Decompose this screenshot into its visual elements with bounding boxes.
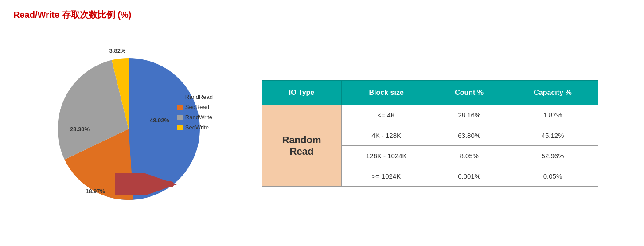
legend-color-randread bbox=[177, 94, 183, 100]
label-randread: 48.92% bbox=[150, 117, 170, 124]
arrow bbox=[115, 173, 177, 195]
capacity-pct-4: 0.05% bbox=[507, 166, 598, 187]
legend-label-randread: RandRead bbox=[185, 94, 213, 100]
table-row: RandomRead <= 4K 28.16% 1.87% bbox=[262, 105, 598, 125]
legend-randwrite: RandWrite bbox=[177, 114, 213, 121]
data-table: IO Type Block size Count % Capacity % Ra… bbox=[262, 80, 598, 187]
legend-seqread: SeqRead bbox=[177, 104, 213, 110]
capacity-pct-2: 45.12% bbox=[507, 125, 598, 146]
legend-color-seqread bbox=[177, 105, 183, 110]
legend-label-seqread: SeqRead bbox=[185, 104, 209, 110]
chart-section: 48.92% 18.97% 28.30% 3.82% RandRead bbox=[13, 40, 244, 226]
legend-color-seqwrite bbox=[177, 125, 183, 130]
capacity-pct-3: 52.96% bbox=[507, 146, 598, 166]
count-pct-2: 63.80% bbox=[431, 125, 507, 146]
count-pct-1: 28.16% bbox=[431, 105, 507, 125]
legend-seqwrite: SeqWrite bbox=[177, 124, 213, 131]
legend-label-randwrite: RandWrite bbox=[185, 114, 212, 121]
header-block-size: Block size bbox=[342, 81, 431, 105]
count-pct-3: 8.05% bbox=[431, 146, 507, 166]
page-title: Read/Write 存取次数比例 (%) bbox=[13, 9, 631, 21]
label-seqread: 18.97% bbox=[86, 188, 105, 195]
legend-randread: RandRead bbox=[177, 94, 213, 100]
header-io-type: IO Type bbox=[262, 81, 342, 105]
block-size-3: 128K - 1024K bbox=[342, 146, 431, 166]
block-size-2: 4K - 128K bbox=[342, 125, 431, 146]
pie-chart: 48.92% 18.97% 28.30% 3.82% RandRead bbox=[44, 40, 213, 209]
block-size-4: >= 1024K bbox=[342, 166, 431, 187]
io-type-cell: RandomRead bbox=[262, 105, 342, 187]
chart-legend: RandRead SeqRead RandWrite SeqWrite bbox=[177, 94, 213, 131]
count-pct-4: 0.001% bbox=[431, 166, 507, 187]
label-seqwrite: 3.82% bbox=[109, 47, 126, 54]
legend-label-seqwrite: SeqWrite bbox=[185, 124, 209, 131]
header-capacity-pct: Capacity % bbox=[507, 81, 598, 105]
legend-color-randwrite bbox=[177, 115, 183, 120]
table-section: IO Type Block size Count % Capacity % Ra… bbox=[262, 80, 631, 187]
capacity-pct-1: 1.87% bbox=[507, 105, 598, 125]
header-count-pct: Count % bbox=[431, 81, 507, 105]
label-randwrite: 28.30% bbox=[70, 126, 90, 133]
block-size-1: <= 4K bbox=[342, 105, 431, 125]
